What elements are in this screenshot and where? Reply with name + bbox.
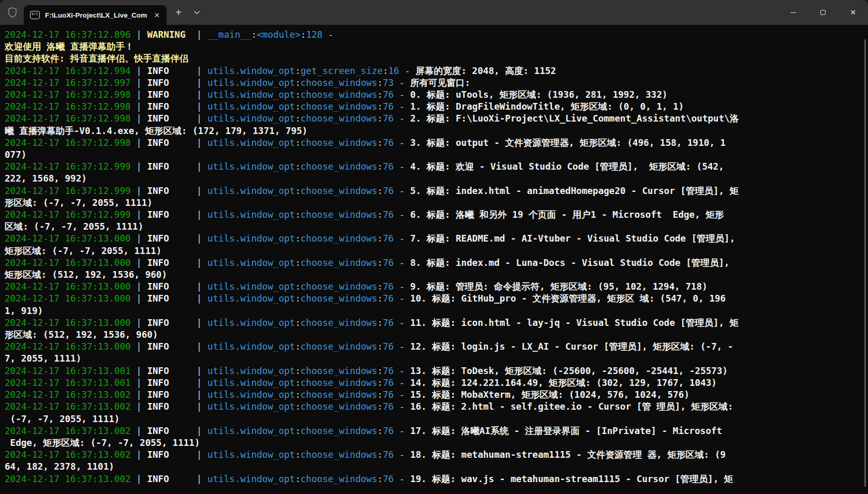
new-tab-button[interactable]: + bbox=[170, 7, 187, 19]
terminal-line: 2024-12-17 16:37:12.998 | INFO | utils.w… bbox=[5, 101, 861, 113]
terminal-line: 形区域: (-7, -7, 2055, 1111) bbox=[5, 197, 861, 209]
terminal-line: 2024-12-17 16:37:13.000 | INFO | utils.w… bbox=[5, 293, 861, 305]
minimize-icon bbox=[790, 12, 796, 13]
terminal-line: (-7, -7, 2055, 1111) bbox=[5, 413, 861, 425]
admin-shield-icon bbox=[7, 7, 18, 18]
maximize-icon bbox=[820, 10, 826, 15]
terminal-line: 2024-12-17 16:37:13.000 | INFO | utils.w… bbox=[5, 257, 861, 269]
terminal-line: 2024-12-17 16:37:12.998 | INFO | utils.w… bbox=[5, 89, 861, 101]
terminal-line: 矩形区域: (-7, -7, 2055, 1111) bbox=[5, 245, 861, 257]
terminal-tab[interactable]: c:\ F:\LuoXi-Project\LX_Live_Com ✕ bbox=[24, 5, 167, 25]
terminal-line: 2024-12-17 16:37:13.000 | INFO | utils.w… bbox=[5, 233, 861, 245]
window-controls: ✕ bbox=[778, 0, 868, 25]
terminal-line: 目前支持软件: 抖音直播伴侣、快手直播伴侣 bbox=[5, 53, 861, 65]
terminal-line: 64, 182, 2378, 1101) bbox=[5, 461, 861, 473]
terminal-line: 2024-12-17 16:37:12.994 | INFO | utils.w… bbox=[5, 65, 861, 77]
scrollbar[interactable] bbox=[862, 25, 868, 494]
terminal-line: 形区域: (512, 192, 1536, 960) bbox=[5, 329, 861, 341]
terminal-line: 2024-12-17 16:37:12.998 | INFO | utils.w… bbox=[5, 113, 861, 125]
terminal-line: 2024-12-17 16:37:13.002 | INFO | utils.w… bbox=[5, 473, 861, 485]
terminal-output[interactable]: 2024-12-17 16:37:12.896 | WARNING | __ma… bbox=[0, 25, 868, 494]
terminal-line: Edge, 矩形区域: (-7, -7, 2055, 1111) bbox=[5, 437, 861, 449]
terminal-line: 曦 直播弹幕助手-V0.1.4.exe, 矩形区域: (172, 179, 13… bbox=[5, 125, 861, 137]
terminal-line: 2024-12-17 16:37:13.002 | INFO | utils.w… bbox=[5, 449, 861, 461]
maximize-button[interactable] bbox=[808, 0, 838, 25]
terminal-line: 2024-12-17 16:37:13.002 | INFO | utils.w… bbox=[5, 425, 861, 437]
terminal-line: 2024-12-17 16:37:12.896 | WARNING | __ma… bbox=[5, 29, 861, 41]
terminal-line: 2024-12-17 16:37:12.997 | INFO | utils.w… bbox=[5, 77, 861, 89]
tab-close-button[interactable]: ✕ bbox=[151, 10, 163, 21]
terminal-line: 077) bbox=[5, 149, 861, 161]
terminal-line: 欢迎使用 洛曦 直播弹幕助手！ bbox=[5, 41, 861, 53]
terminal-line: 2024-12-17 16:37:13.001 | INFO | utils.w… bbox=[5, 377, 861, 389]
terminal-line: 2024-12-17 16:37:13.001 | INFO | utils.w… bbox=[5, 365, 861, 377]
terminal-window: c:\ F:\LuoXi-Project\LX_Live_Com ✕ + ✕ 2… bbox=[0, 0, 868, 494]
terminal-line: 2024-12-17 16:37:12.998 | INFO | utils.w… bbox=[5, 137, 861, 149]
terminal-line: 7, 2055, 1111) bbox=[5, 353, 861, 365]
terminal-line: 1, 919) bbox=[5, 305, 861, 317]
log-lines: 2024-12-17 16:37:12.896 | WARNING | __ma… bbox=[5, 29, 861, 485]
terminal-line: 2024-12-17 16:37:12.999 | INFO | utils.w… bbox=[5, 161, 861, 173]
terminal-line: 2024-12-17 16:37:13.002 | INFO | utils.w… bbox=[5, 389, 861, 401]
terminal-line: 2024-12-17 16:37:13.000 | INFO | utils.w… bbox=[5, 341, 861, 353]
terminal-line: 2024-12-17 16:37:12.999 | INFO | utils.w… bbox=[5, 209, 861, 221]
terminal-line: 2024-12-17 16:37:13.002 | INFO | utils.w… bbox=[5, 401, 861, 413]
close-button[interactable]: ✕ bbox=[838, 0, 868, 25]
cmd-icon: c:\ bbox=[30, 11, 40, 19]
chevron-down-icon bbox=[193, 10, 200, 14]
terminal-line: 222, 1568, 992) bbox=[5, 173, 861, 185]
cmd-icon-glyph: c:\ bbox=[32, 12, 38, 16]
minimize-button[interactable] bbox=[778, 0, 808, 25]
terminal-line: 2024-12-17 16:37:13.000 | INFO | utils.w… bbox=[5, 317, 861, 329]
terminal-line: 2024-12-17 16:37:13.000 | INFO | utils.w… bbox=[5, 281, 861, 293]
terminal-line: 矩形区域: (512, 192, 1536, 960) bbox=[5, 269, 861, 281]
titlebar[interactable]: c:\ F:\LuoXi-Project\LX_Live_Com ✕ + ✕ bbox=[0, 0, 868, 25]
tab-dropdown-button[interactable] bbox=[189, 10, 204, 14]
terminal-line: 2024-12-17 16:37:12.999 | INFO | utils.w… bbox=[5, 185, 861, 197]
terminal-line: 区域: (-7, -7, 2055, 1111) bbox=[5, 221, 861, 233]
scrollbar-thumb[interactable] bbox=[864, 39, 866, 487]
tab-title: F:\LuoXi-Project\LX_Live_Com bbox=[45, 11, 147, 19]
